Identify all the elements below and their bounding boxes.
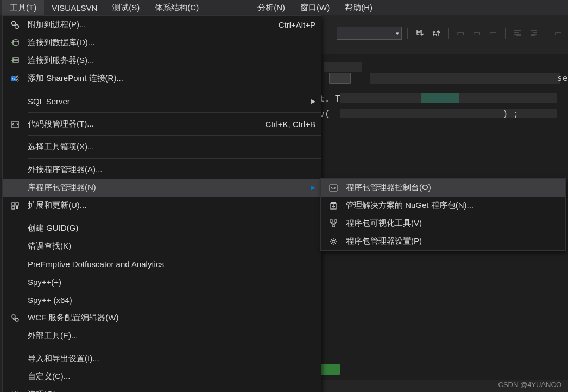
menu-item-label: Spy++ (x64) [28, 295, 315, 305]
menubar-item[interactable]: 帮助(H) [337, 0, 380, 15]
extensions-icon [3, 201, 28, 211]
menubar-item[interactable]: 窗口(W) [293, 0, 337, 15]
db-connect-icon [3, 38, 28, 48]
tools-menu-dropdown: 附加到进程(P)...Ctrl+Alt+P连接到数据库(D)...连接到服务器(… [2, 15, 321, 392]
menu-item[interactable]: 程序包可视化工具(V) [321, 214, 565, 232]
menubar-item[interactable] [206, 0, 250, 15]
menubar-item[interactable]: 测试(S) [105, 0, 147, 15]
svg-rect-20 [331, 202, 336, 204]
menu-item-label: WCF 服务配置编辑器(W) [28, 313, 315, 323]
menubar-item[interactable]: VISUALSVN [44, 0, 105, 15]
menu-item[interactable]: 错误查找(K) [3, 237, 321, 255]
arrow-down-branch-icon[interactable] [413, 27, 426, 40]
menu-item-label: 自定义(C)... [28, 371, 315, 382]
arrow-up-branch-icon[interactable] [430, 27, 443, 40]
menu-item[interactable]: 库程序包管理器(N)▶ [3, 179, 321, 197]
svg-point-14 [12, 315, 15, 318]
nuget-submenu: C:\程序包管理器控制台(O)管理解决方案的 NuGet 程序包(N)...程序… [320, 178, 566, 251]
package-icon [321, 201, 346, 211]
menu-item[interactable]: 自定义(C)... [3, 368, 321, 385]
sharepoint-icon: S [3, 74, 28, 84]
menu-item-shortcut: Ctrl+K, Ctrl+B [254, 119, 315, 129]
menu-item[interactable]: 管理解决方案的 NuGet 程序包(N)... [321, 197, 565, 214]
menu-item[interactable]: 扩展和更新(U)... [3, 197, 321, 214]
server-connect-icon [3, 56, 28, 66]
dim-icon-1: ▭ [454, 27, 467, 40]
menu-item-label: 创建 GUID(G) [28, 223, 315, 233]
svg-point-15 [15, 318, 18, 321]
svg-rect-3 [13, 58, 18, 60]
menu-item[interactable]: 代码段管理器(T)...Ctrl+K, Ctrl+B [3, 115, 321, 133]
svg-rect-10 [12, 203, 15, 205]
chevron-down-icon: ▾ [396, 30, 399, 37]
indent-right-icon [527, 27, 540, 40]
menu-item-label: 程序包管理器控制台(O) [346, 182, 560, 193]
menu-item-label: 管理解决方案的 NuGet 程序包(N)... [346, 200, 560, 211]
menu-item[interactable]: S添加 SharePoint 连接(R)... [3, 69, 321, 87]
menubar-item[interactable]: 体系结构(C) [147, 0, 206, 15]
dim-icon-4: ▭ [552, 27, 565, 40]
menu-item-label: 连接到数据库(D)... [28, 37, 315, 48]
menu-item-label: 扩展和更新(U)... [28, 200, 315, 211]
menu-item[interactable]: 连接到数据库(D)... [3, 34, 321, 52]
menu-item-label: 外接程序管理器(A)... [28, 165, 315, 175]
menubar-item[interactable]: 分析(N) [250, 0, 293, 15]
menu-item[interactable]: C:\程序包管理器控制台(O) [321, 179, 565, 197]
menu-item[interactable]: PreEmptive Dotfuscator and Analytics [3, 255, 321, 273]
menu-separator [28, 135, 321, 136]
menu-item-label: 外部工具(E)... [28, 331, 315, 341]
menu-item[interactable]: WCF 服务配置编辑器(W) [3, 309, 321, 327]
svg-rect-23 [332, 225, 335, 227]
menu-item[interactable]: 外接程序管理器(A)... [3, 161, 321, 179]
menu-separator [28, 158, 321, 159]
menu-item[interactable]: 连接到服务器(S)... [3, 52, 321, 69]
menu-separator [28, 347, 321, 347]
separator [407, 28, 408, 39]
menu-item-shortcut: Ctrl+Alt+P [268, 20, 315, 29]
toolbar-dropdown[interactable]: ▾ [337, 27, 402, 40]
svg-point-0 [12, 21, 16, 25]
separator [505, 28, 506, 39]
menu-item-label: 选择工具箱项(X)... [28, 142, 315, 152]
svg-rect-4 [13, 60, 18, 62]
menu-item-label: 程序包可视化工具(V) [346, 218, 560, 229]
menu-separator [28, 217, 321, 217]
menubar-item[interactable]: 工具(T) [2, 0, 44, 15]
menu-item-label: 添加 SharePoint 连接(R)... [28, 73, 315, 84]
console-icon: C:\ [321, 183, 346, 193]
menu-item[interactable]: 选择工具箱项(X)... [3, 138, 321, 156]
gear-icon [321, 237, 346, 246]
menu-item-label: Spy++(+) [28, 277, 315, 287]
menu-item-label: 导入和导出设置(I)... [28, 353, 315, 364]
visualize-icon [321, 219, 346, 229]
svg-point-24 [332, 240, 335, 243]
wcf-icon [3, 313, 28, 323]
menu-item[interactable]: SQL Server▶ [3, 92, 321, 110]
snippet-icon [3, 119, 28, 129]
svg-point-8 [16, 79, 18, 81]
indent-left-icon [511, 27, 524, 40]
menu-separator [28, 112, 321, 113]
chevron-right-icon: ▶ [305, 184, 315, 191]
dim-icon-3: ▭ [487, 27, 500, 40]
svg-point-2 [13, 39, 18, 41]
code-text: ) ; [503, 109, 519, 119]
toolbar: ▾ ▭ ▭ ▭ ▭ [307, 24, 568, 42]
gear-icon [3, 390, 28, 393]
menu-item-label: 选项(O)... [28, 389, 315, 392]
svg-point-7 [16, 76, 18, 78]
menu-item[interactable]: 附加到进程(P)...Ctrl+Alt+P [3, 16, 321, 34]
menu-item[interactable]: 导入和导出设置(I)... [3, 350, 321, 368]
menu-item-label: 附加到进程(P)... [28, 20, 268, 30]
menu-item[interactable]: 创建 GUID(G) [3, 219, 321, 237]
menu-item[interactable]: 外部工具(E)... [3, 327, 321, 345]
menu-item[interactable]: Spy++ (x64) [3, 291, 321, 309]
menu-item-label: 库程序包管理器(N) [28, 182, 305, 193]
svg-rect-12 [12, 206, 15, 209]
separator [448, 28, 449, 39]
menu-item[interactable]: 程序包管理器设置(P) [321, 232, 565, 250]
svg-rect-13 [16, 206, 18, 209]
menu-item[interactable]: 选项(O)... [3, 385, 321, 392]
process-icon [3, 20, 28, 30]
menu-item[interactable]: Spy++(+) [3, 273, 321, 291]
